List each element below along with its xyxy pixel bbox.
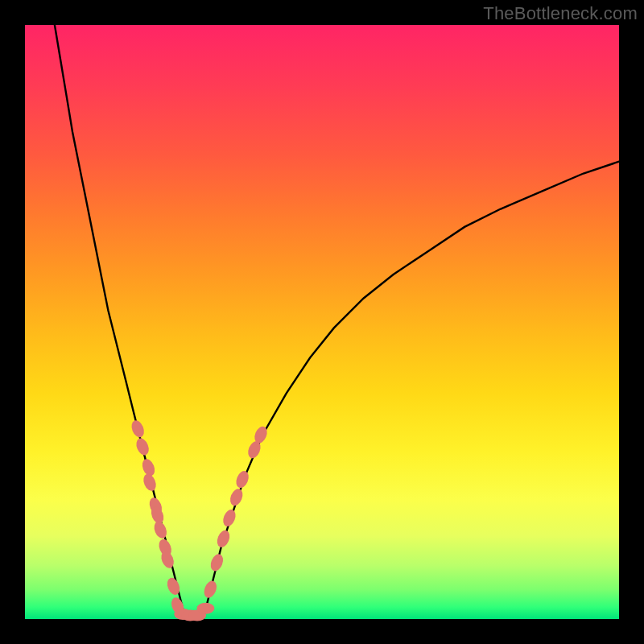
marker-point	[208, 552, 225, 573]
marker-point	[202, 579, 219, 600]
marker-point	[215, 529, 232, 550]
chart-frame: TheBottleneck.com	[0, 0, 644, 644]
highlighted-points	[130, 419, 270, 621]
marker-point	[221, 508, 237, 529]
watermark-text: TheBottleneck.com	[483, 3, 638, 24]
marker-point	[130, 419, 147, 440]
marker-point	[134, 436, 151, 457]
marker-point	[141, 472, 158, 493]
chart-overlay	[25, 25, 619, 619]
marker-point	[233, 469, 250, 490]
marker-point	[152, 519, 169, 540]
marker-point	[228, 487, 245, 508]
curve-right-branch	[203, 162, 619, 619]
marker-point	[196, 603, 214, 614]
